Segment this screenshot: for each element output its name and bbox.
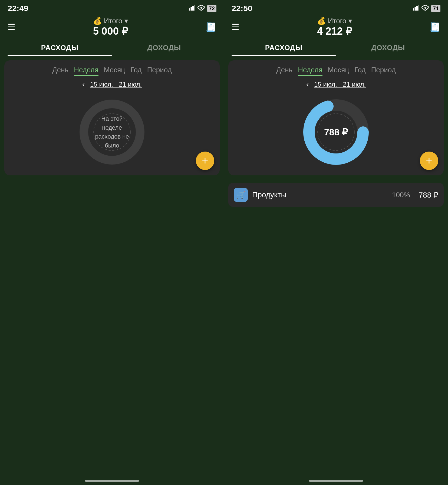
svg-rect-1: [190, 7, 192, 11]
status-icons-1: 72: [189, 5, 216, 12]
wallet-icon-1: 💰: [93, 17, 102, 25]
receipt-icon-2[interactable]: 🧾: [430, 22, 440, 32]
period-tabs-1: День Неделя Месяц Год Период: [10, 66, 214, 76]
donut-amount-2: 788 ₽: [324, 127, 348, 137]
home-indicator-2: [309, 480, 363, 482]
add-button-1[interactable]: +: [196, 152, 214, 170]
time-1: 22:49: [8, 4, 28, 13]
signal-icon-2: [413, 5, 419, 12]
wifi-icon-1: [197, 5, 205, 12]
tabs-bar-1: РАСХОДЫ ДОХОДЫ: [0, 40, 224, 56]
date-range-1[interactable]: 15 июл. - 21 июл.: [90, 81, 142, 88]
tabs-bar-2: РАСХОДЫ ДОХОДЫ: [224, 40, 448, 56]
status-icons-2: 71: [413, 5, 440, 12]
svg-rect-8: [413, 8, 414, 11]
header-center-2: 💰 Итого ▾ 4 212 ₽: [317, 17, 352, 37]
header-amount-1: 5 000 ₽: [93, 25, 128, 37]
category-emoji-0: 🛒: [236, 191, 246, 199]
menu-icon-1[interactable]: ☰: [8, 22, 15, 32]
dropdown-icon-1[interactable]: ▾: [124, 17, 128, 25]
header-1: ☰ 💰 Итого ▾ 5 000 ₽ 🧾: [0, 15, 224, 40]
tab-income-2[interactable]: ДОХОДЫ: [336, 40, 440, 56]
period-day-1[interactable]: День: [52, 66, 68, 76]
header-title-row-2: 💰 Итого ▾: [317, 17, 352, 25]
prev-arrow-1[interactable]: ‹: [82, 80, 85, 89]
phone-screen-2: 22:50 71 ☰ 💰 Итого ▾ 4 212 ₽ 🧾 РАСХОДЫ: [224, 0, 448, 485]
signal-icon-1: [189, 5, 195, 12]
phone-screen-1: 22:49 72 ☰ 💰 Итого ▾ 5 000 ₽ 🧾 РАСХОДЫ: [0, 0, 224, 485]
header-amount-2: 4 212 ₽: [317, 25, 352, 37]
tab-income-1[interactable]: ДОХОДЫ: [112, 40, 216, 56]
total-label-2: Итого: [328, 17, 346, 25]
category-amount-0: 788 ₽: [419, 191, 439, 199]
date-range-2[interactable]: 15 июл. - 21 июл.: [314, 81, 366, 88]
donut-container-2: 788 ₽: [234, 94, 438, 170]
period-month-1[interactable]: Месяц: [104, 66, 125, 76]
battery-2: 71: [431, 5, 440, 12]
svg-rect-11: [418, 5, 419, 11]
battery-1: 72: [207, 5, 216, 12]
tab-expenses-2[interactable]: РАСХОДЫ: [232, 40, 336, 56]
svg-rect-3: [194, 5, 195, 11]
category-item-0[interactable]: 🛒 Продукты 100% 788 ₽: [228, 183, 444, 207]
svg-rect-10: [416, 6, 418, 11]
period-week-2[interactable]: Неделя: [298, 66, 322, 76]
status-bar-1: 22:49 72: [0, 0, 224, 15]
period-year-1[interactable]: Год: [130, 66, 141, 76]
period-period-1[interactable]: Период: [147, 66, 172, 76]
menu-icon-2[interactable]: ☰: [232, 22, 239, 32]
wallet-icon-2: 💰: [317, 17, 326, 25]
svg-rect-0: [189, 8, 190, 11]
tab-expenses-1[interactable]: РАСХОДЫ: [8, 40, 112, 56]
add-button-2[interactable]: +: [420, 152, 438, 170]
category-icon-0: 🛒: [234, 188, 248, 202]
svg-rect-2: [192, 6, 194, 11]
status-bar-2: 22:50 71: [224, 0, 448, 15]
category-percent-0: 100%: [392, 191, 410, 199]
header-center-1: 💰 Итого ▾ 5 000 ₽: [93, 17, 128, 37]
main-card-2: День Неделя Месяц Год Период ‹ 15 июл. -…: [228, 60, 444, 175]
period-week-1[interactable]: Неделя: [74, 66, 98, 76]
period-month-2[interactable]: Месяц: [328, 66, 349, 76]
time-2: 22:50: [232, 4, 252, 13]
prev-arrow-2[interactable]: ‹: [306, 80, 309, 89]
dropdown-icon-2[interactable]: ▾: [348, 17, 352, 25]
period-tabs-2: День Неделя Месяц Год Период: [234, 66, 438, 76]
period-day-2[interactable]: День: [276, 66, 292, 76]
category-name-0: Продукты: [252, 191, 388, 199]
donut-container-1: На этой неделе расходов не было: [10, 94, 214, 170]
home-indicator-1: [85, 480, 139, 482]
header-2: ☰ 💰 Итого ▾ 4 212 ₽ 🧾: [224, 15, 448, 40]
date-nav-2: ‹ 15 июл. - 21 июл.: [234, 80, 438, 89]
svg-rect-9: [414, 7, 416, 11]
total-label-1: Итого: [104, 17, 122, 25]
donut-empty-text-1: На этой неделе расходов не было: [93, 114, 131, 150]
receipt-icon-1[interactable]: 🧾: [206, 22, 216, 32]
wifi-icon-2: [421, 5, 429, 12]
date-nav-1: ‹ 15 июл. - 21 июл.: [10, 80, 214, 89]
period-period-2[interactable]: Период: [371, 66, 396, 76]
period-year-2[interactable]: Год: [354, 66, 365, 76]
main-card-1: День Неделя Месяц Год Период ‹ 15 июл. -…: [4, 60, 220, 175]
header-title-row-1: 💰 Итого ▾: [93, 17, 128, 25]
